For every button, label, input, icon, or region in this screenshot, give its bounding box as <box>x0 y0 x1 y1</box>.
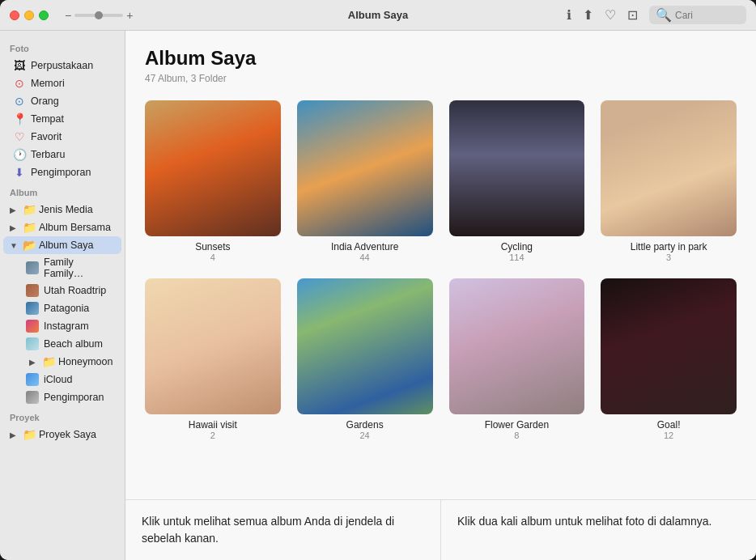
favorit-icon: ♡ <box>13 130 26 143</box>
sidebar-item-pengimporan2[interactable]: Pengimporan <box>3 388 121 406</box>
beach-label: Beach album <box>44 338 112 350</box>
sidebar: Foto 🖼 Perpustakaan ⊙ Memori ⊙ Orang 📍 T… <box>0 31 125 560</box>
sidebar-item-memori[interactable]: ⊙ Memori <box>3 74 121 92</box>
patagonia-thumb <box>26 302 39 315</box>
sidebar-item-album-saya[interactable]: ▼ 📂 Album Saya <box>3 236 121 254</box>
sidebar-item-proyek-saya[interactable]: ▶ 📁 Proyek Saya <box>3 426 121 443</box>
fullscreen-button[interactable] <box>39 11 49 20</box>
honeymoon-label: Honeymoon <box>58 356 113 367</box>
main-layout: Foto 🖼 Perpustakaan ⊙ Memori ⊙ Orang 📍 T… <box>0 31 756 560</box>
album-saya-label: Album Saya <box>39 240 93 251</box>
share-icon[interactable]: ⬆ <box>583 7 593 23</box>
sidebar-item-instagram[interactable]: Instagram <box>3 317 121 335</box>
album-name-gardens: Gardens <box>346 419 384 431</box>
annotation-left-text: Klik untuk melihat semua album Anda di j… <box>142 515 394 545</box>
family-label: Family Family… <box>44 257 112 279</box>
album-thumb-sunsets <box>145 100 281 236</box>
album-item-cycling[interactable]: Cycling 114 <box>449 100 585 262</box>
traffic-lights <box>10 11 49 20</box>
album-item-goal[interactable]: Goal! 12 <box>601 278 737 440</box>
sidebar-item-terbaru[interactable]: 🕐 Terbaru <box>3 146 121 163</box>
search-box[interactable]: 🔍 <box>649 6 746 24</box>
annotation-area: Klik untuk melihat semua album Anda di j… <box>125 499 756 560</box>
close-button[interactable] <box>10 11 19 20</box>
content-area: Album Saya 47 Album, 3 Folder Sunsets 4 … <box>125 31 756 499</box>
info-icon[interactable]: ℹ <box>567 7 571 23</box>
instagram-thumb <box>26 320 39 333</box>
family-thumb <box>26 261 39 274</box>
album-count-gardens: 24 <box>360 431 370 440</box>
bersama-chevron-icon: ▶ <box>10 223 19 232</box>
album-item-gardens[interactable]: Gardens 24 <box>297 278 433 440</box>
sidebar-section-album: Album <box>0 181 125 201</box>
sidebar-item-perpustakaan[interactable]: 🖼 Perpustakaan <box>3 57 121 74</box>
sidebar-item-album-bersama[interactable]: ▶ 📁 Album Bersama <box>3 218 121 236</box>
sidebar-item-beach[interactable]: Beach album <box>3 335 121 353</box>
search-icon: 🔍 <box>656 7 672 23</box>
sidebar-item-pengimporan[interactable]: ⬇ Pengimporan <box>3 163 121 181</box>
album-thumb-party <box>601 100 737 236</box>
album-item-sunsets[interactable]: Sunsets 4 <box>145 100 281 262</box>
honeymoon-chevron-icon: ▶ <box>29 358 39 367</box>
search-input[interactable] <box>675 10 740 21</box>
album-count-sunsets: 4 <box>210 252 215 262</box>
sidebar-item-terbaru-label: Terbaru <box>31 149 112 160</box>
sidebar-item-family[interactable]: Family Family… <box>3 254 121 282</box>
sidebar-item-pengimporan-label: Pengimporan <box>31 167 112 178</box>
jenis-folder-icon: 📁 <box>23 203 36 216</box>
pengimporan2-label: Pengimporan <box>44 392 112 403</box>
icloud-thumb <box>26 373 39 386</box>
album-name-goal: Goal! <box>657 419 681 431</box>
sidebar-item-orang-label: Orang <box>31 95 112 107</box>
memori-icon: ⊙ <box>13 77 26 90</box>
instagram-label: Instagram <box>44 320 112 332</box>
zoom-control: − + <box>65 9 133 22</box>
pengimporan-icon: ⬇ <box>13 166 26 179</box>
tempat-icon: 📍 <box>13 112 26 125</box>
sidebar-section-proyek: Proyek <box>0 406 125 426</box>
album-item-india[interactable]: India Adventure 44 <box>297 100 433 262</box>
zoom-plus-button[interactable]: + <box>126 9 133 22</box>
proyek-saya-label: Proyek Saya <box>39 429 96 440</box>
album-count-party: 3 <box>666 252 671 262</box>
album-saya-folder-icon: 📂 <box>23 239 36 252</box>
album-saya-chevron-icon: ▼ <box>10 241 19 250</box>
album-item-hawaii[interactable]: Hawaii visit 2 <box>145 278 281 440</box>
sidebar-item-utah[interactable]: Utah Roadtrip <box>3 282 121 299</box>
sidebar-item-jenis-media[interactable]: ▶ 📁 Jenis Media <box>3 201 121 218</box>
patagonia-label: Patagonia <box>44 303 112 314</box>
album-thumb-flower <box>449 278 585 414</box>
album-name-party: Little party in park <box>631 241 707 252</box>
jenis-label: Jenis Media <box>39 204 93 215</box>
pengimporan2-thumb <box>26 391 39 404</box>
sidebar-item-favorit[interactable]: ♡ Favorit <box>3 128 121 146</box>
sidebar-section-foto: Foto <box>0 37 125 57</box>
crop-icon[interactable]: ⊡ <box>627 7 638 23</box>
album-name-sunsets: Sunsets <box>195 241 230 252</box>
album-count-india: 44 <box>360 252 370 262</box>
sidebar-item-orang[interactable]: ⊙ Orang <box>3 92 121 110</box>
album-name-cycling: Cycling <box>501 241 533 252</box>
sidebar-item-perpustakaan-label: Perpustakaan <box>31 60 112 71</box>
sidebar-item-honeymoon[interactable]: ▶ 📁 Honeymoon <box>3 353 121 371</box>
proyek-folder-icon: 📁 <box>23 428 36 441</box>
album-count-cycling: 114 <box>509 252 524 262</box>
content-subtitle: 47 Album, 3 Folder <box>145 73 737 84</box>
album-count-goal: 12 <box>664 431 673 440</box>
beach-thumb <box>26 337 39 350</box>
album-thumb-india <box>297 100 433 236</box>
sidebar-item-icloud[interactable]: iCloud <box>3 371 121 388</box>
album-item-party[interactable]: Little party in park 3 <box>601 100 737 262</box>
jenis-chevron-icon: ▶ <box>10 206 19 214</box>
heart-icon[interactable]: ♡ <box>605 7 616 23</box>
sidebar-item-patagonia[interactable]: Patagonia <box>3 299 121 317</box>
album-name-flower: Flower Garden <box>485 419 549 431</box>
sidebar-item-tempat[interactable]: 📍 Tempat <box>3 110 121 128</box>
bersama-folder-icon: 📁 <box>23 221 36 234</box>
zoom-minus-button[interactable]: − <box>65 9 71 22</box>
titlebar-actions: ℹ ⬆ ♡ ⊡ 🔍 <box>567 6 746 24</box>
album-thumb-hawaii <box>145 278 281 414</box>
zoom-slider[interactable] <box>74 14 123 17</box>
minimize-button[interactable] <box>24 11 34 20</box>
album-item-flower[interactable]: Flower Garden 8 <box>449 278 585 440</box>
